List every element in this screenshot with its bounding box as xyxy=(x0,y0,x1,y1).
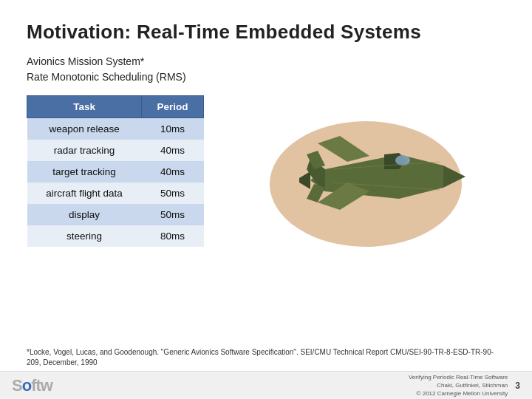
footer-copyright: Verifying Periodic Real-Time Software Ch… xyxy=(409,373,508,398)
subtitle-line2: Rate Monotonic Scheduling (RMS) xyxy=(27,69,505,85)
col-header-period: Period xyxy=(142,96,204,118)
footnote: *Locke, Vogel, Lucas, and Goodenough. "G… xyxy=(27,347,505,368)
subtitle-block: Avionics Mission System* Rate Monotonic … xyxy=(27,54,505,85)
rms-table: Task Period weapon release10msradar trac… xyxy=(27,95,204,247)
task-cell: target tracking xyxy=(27,161,142,183)
page-number: 3 xyxy=(515,381,520,391)
table-row: steering80ms xyxy=(27,225,204,247)
table-row: weapon release10ms xyxy=(27,118,204,140)
slide-title: Motivation: Real-Time Embedded Systems xyxy=(27,21,505,44)
footer-right-area: Verifying Periodic Real-Time Software Ch… xyxy=(409,373,520,398)
table-row: target tracking40ms xyxy=(27,161,204,183)
content-area: Task Period weapon release10msradar trac… xyxy=(27,95,505,258)
table-row: display50ms xyxy=(27,204,204,225)
slide: Motivation: Real-Time Embedded Systems A… xyxy=(0,0,532,399)
col-header-task: Task xyxy=(27,96,142,118)
period-cell: 10ms xyxy=(142,118,204,140)
period-cell: 50ms xyxy=(142,204,204,225)
jet-svg xyxy=(251,95,473,258)
task-cell: display xyxy=(27,204,142,225)
task-cell: steering xyxy=(27,225,142,247)
image-section xyxy=(219,95,505,258)
task-cell: weapon release xyxy=(27,118,142,140)
period-cell: 40ms xyxy=(142,140,204,161)
footer-bar: Softw Verifying Periodic Real-Time Softw… xyxy=(0,371,532,399)
period-cell: 80ms xyxy=(142,225,204,247)
period-cell: 50ms xyxy=(142,183,204,204)
jet-illustration xyxy=(251,95,473,258)
table-row: radar tracking40ms xyxy=(27,140,204,161)
period-cell: 40ms xyxy=(142,161,204,183)
table-row: aircraft flight data50ms xyxy=(27,183,204,204)
task-cell: aircraft flight data xyxy=(27,183,142,204)
footer-logo: Softw xyxy=(12,376,52,395)
task-cell: radar tracking xyxy=(27,140,142,161)
subtitle-line1: Avionics Mission System* xyxy=(27,54,505,69)
table-section: Task Period weapon release10msradar trac… xyxy=(27,95,204,247)
